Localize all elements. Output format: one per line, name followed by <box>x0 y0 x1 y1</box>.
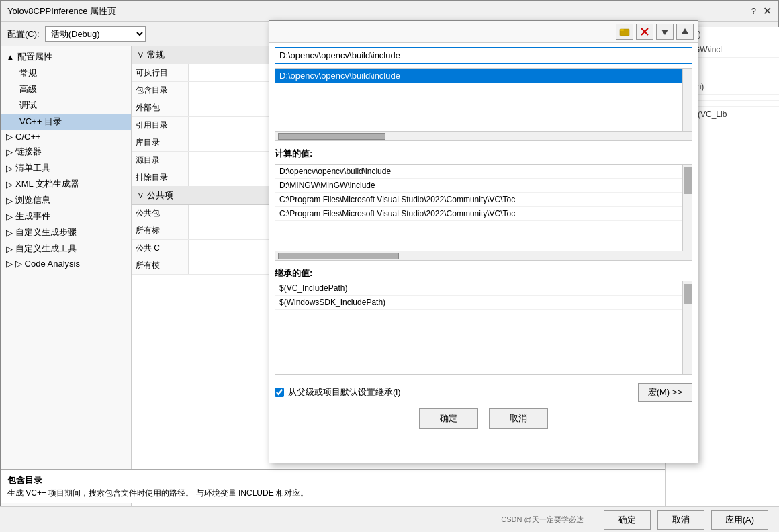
inherit-checkbox-label: 从父级或项目默认设置继承(l) <box>288 386 401 398</box>
tree-item-xml[interactable]: ▷ XML 文档生成器 <box>1 176 131 192</box>
inherited-item-1: $(VC_IncludePath) <box>275 281 682 296</box>
props-name-pub-pkg: 公共包 <box>132 205 189 222</box>
bottom-desc-text: 生成 VC++ 项目期间，搜索包含文件时使用的路径。 与环境变量 INCLUDE… <box>7 488 772 499</box>
tree-arrow-build: ▷ <box>6 212 13 222</box>
tree-panel: ▲ 配置属性 常规 高级 调试 VC++ 目录 ▷ C/C++ <box>1 46 132 510</box>
tree-arrow-xml: ▷ <box>6 179 13 189</box>
dialog-bottom-buttons: 确定 取消 <box>275 408 692 429</box>
config-select[interactable]: 活动(Debug) <box>45 26 146 42</box>
window-title-bar: Yolov8CPPInference 属性页 ? ✕ <box>1 1 778 22</box>
tree-arrow-linker: ▷ <box>6 147 13 157</box>
tree-item-custom-build[interactable]: ▷ 自定义生成步骤 <box>1 224 131 240</box>
tree-item-build-events[interactable]: ▷ 生成事件 <box>1 208 131 224</box>
bottom-desc-title: 包含目录 <box>7 474 772 486</box>
include-list-item-1[interactable]: D:\opencv\opencv\build\include <box>275 69 682 83</box>
config-label: 配置(C): <box>7 28 40 40</box>
tree-item-code-analysis[interactable]: ▷ ▷ Code Analysis <box>1 257 131 271</box>
tree-item-custom-tools[interactable]: ▷ 自定义生成工具 <box>1 240 131 257</box>
h-scrollbar-thumb <box>278 133 385 140</box>
props-name-all-mark: 所有标 <box>132 222 189 239</box>
inherited-box: $(VC_IncludePath) $(WindowsSDK_IncludePa… <box>275 281 683 375</box>
tree-item-linker[interactable]: ▷ 链接器 <box>1 144 131 160</box>
include-path-input[interactable] <box>275 47 692 64</box>
include-list-h-scrollbar[interactable] <box>275 132 692 141</box>
tree-item-build-label: 生成事件 <box>15 210 50 222</box>
inherited-section: 继承的值: $(VC_IncludePath) $(WindowsSDK_Inc… <box>275 266 692 375</box>
outer-apply-button[interactable]: 应用(A) <box>711 510 768 530</box>
computed-h-thumb <box>278 253 399 259</box>
props-name-include: 包含目录 <box>132 82 189 99</box>
include-dialog: D:\opencv\opencv\build\include 计算的值: D:\… <box>269 20 698 463</box>
outer-ok-button[interactable]: 确定 <box>604 510 651 530</box>
tree-item-xml-label: XML 文档生成器 <box>15 178 79 190</box>
include-list-scrollbar[interactable] <box>683 68 692 132</box>
props-name-pub-c: 公共 C <box>132 240 189 257</box>
inherited-scrollbar[interactable] <box>683 281 692 375</box>
computed-item-3: C:\Program Files\Microsoft Visual Studio… <box>275 193 682 207</box>
tree-arrow-manifest: ▷ <box>6 163 13 173</box>
checkbox-row: 从父级或项目默认设置继承(l) 宏(M) >> <box>275 383 692 402</box>
props-name-src: 源目录 <box>132 152 189 169</box>
tree-label-config: 配置属性 <box>17 51 52 63</box>
help-button[interactable]: ? <box>751 6 756 16</box>
computed-section: 计算的值: D:\opencv\opencv\build\include D:\… <box>275 146 692 261</box>
computed-box-wrapper: D:\opencv\opencv\build\include D:\MINGW\… <box>275 164 692 251</box>
props-name-all-mod: 所有模 <box>132 257 189 274</box>
tree-item-debug-label: 调试 <box>19 99 37 112</box>
tree-item-advanced[interactable]: 高级 <box>1 81 131 97</box>
toolbar-new-folder-button[interactable] <box>616 24 633 40</box>
computed-item-1: D:\opencv\opencv\build\include <box>275 165 682 179</box>
tree-arrow-custom-tools: ▷ <box>6 244 13 254</box>
tree-item-browse-label: 浏览信息 <box>15 194 50 206</box>
include-list-wrapper: D:\opencv\opencv\build\include <box>275 68 692 132</box>
bottom-desc-area: 包含目录 生成 VC++ 项目期间，搜索包含文件时使用的路径。 与环境变量 IN… <box>1 469 778 503</box>
tree-item-debug[interactable]: 调试 <box>1 97 131 114</box>
computed-scrollbar-v[interactable] <box>683 164 692 251</box>
inherited-box-wrapper: $(VC_IncludePath) $(WindowsSDK_IncludePa… <box>275 281 692 375</box>
up-arrow-icon <box>681 27 689 36</box>
tree-item-custom-tools-label: 自定义生成工具 <box>15 242 77 255</box>
tree-item-vcpp[interactable]: VC++ 目录 <box>1 114 131 130</box>
props-name-external: 外部包 <box>132 99 189 116</box>
inherited-item-2: $(WindowsSDK_IncludePath) <box>275 296 682 310</box>
tree-item-manifest[interactable]: ▷ 清单工具 <box>1 160 131 176</box>
inherit-checkbox[interactable] <box>275 388 284 397</box>
dialog-ok-button[interactable]: 确定 <box>419 408 478 429</box>
props-name-exclude: 排除目录 <box>132 169 189 186</box>
tree-arrow-cpp: ▷ <box>6 132 13 142</box>
tree-item-general-label: 常规 <box>19 67 37 79</box>
svg-rect-1 <box>620 29 624 31</box>
window-title: Yolov8CPPInference 属性页 <box>7 5 116 17</box>
toolbar-delete-button[interactable] <box>636 24 653 40</box>
tree-item-cpp-label: C/C++ <box>15 132 41 142</box>
inherited-scrollbar-thumb <box>684 284 692 304</box>
outer-bottom-bar: CSDN @天一定要学必达 确定 取消 应用(A) <box>0 506 779 532</box>
watermark-text: CSDN @天一定要学必达 <box>501 515 583 525</box>
dialog-cancel-button[interactable]: 取消 <box>489 408 548 429</box>
toolbar-move-up-button[interactable] <box>676 24 694 40</box>
include-dialog-toolbar <box>269 21 698 43</box>
tree-children-config: 常规 高级 调试 VC++ 目录 <box>1 65 131 130</box>
svg-marker-5 <box>682 28 688 34</box>
close-button[interactable]: ✕ <box>763 5 772 17</box>
computed-label: 计算的值: <box>275 146 692 161</box>
props-section-general-label: ∨ 常规 <box>137 49 165 61</box>
tree-section-config[interactable]: ▲ 配置属性 <box>1 49 131 65</box>
tree-item-code-label: ▷ Code Analysis <box>15 259 80 269</box>
tree-item-general[interactable]: 常规 <box>1 65 131 81</box>
folder-icon <box>619 26 630 37</box>
tree-item-browse[interactable]: ▷ 浏览信息 <box>1 192 131 208</box>
computed-item-4: C:\Program Files\Microsoft Visual Studio… <box>275 207 682 221</box>
computed-h-scrollbar[interactable] <box>275 251 692 261</box>
macro-button[interactable]: 宏(M) >> <box>638 383 692 402</box>
tree-arrow-browse: ▷ <box>6 195 13 206</box>
outer-cancel-button[interactable]: 取消 <box>657 510 704 530</box>
down-arrow-icon <box>661 27 669 36</box>
tree-item-cpp[interactable]: ▷ C/C++ <box>1 130 131 144</box>
tree-item-custom-build-label: 自定义生成步骤 <box>15 226 77 238</box>
delete-icon <box>640 27 649 36</box>
props-name-ref: 引用目录 <box>132 117 189 134</box>
tree-arrow-code: ▷ <box>6 259 13 269</box>
toolbar-move-down-button[interactable] <box>656 24 674 40</box>
tree-item-manifest-label: 清单工具 <box>15 162 50 174</box>
